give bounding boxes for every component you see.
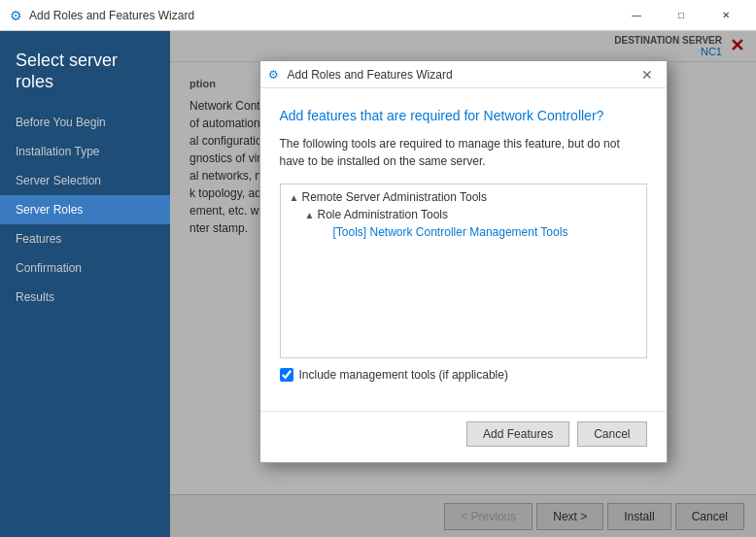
features-tree: ▲ Remote Server Administration Tools ▲ R… — [280, 184, 647, 358]
sidebar: Select server roles Before You Begin Ins… — [0, 31, 170, 537]
modal-heading: Add features that are required for Netwo… — [280, 108, 647, 123]
maximize-button[interactable]: □ — [659, 0, 704, 31]
minimize-button[interactable]: — — [614, 0, 659, 31]
modal-dialog: ⚙ Add Roles and Features Wizard ✕ Add fe… — [259, 60, 668, 463]
wizard-main: Select server roles Before You Begin Ins… — [0, 31, 756, 537]
modal-body: Add features that are required for Netwo… — [260, 88, 667, 411]
tree-item-remote-admin-tools: ▲ Remote Server Administration Tools — [281, 188, 646, 206]
modal-close-button[interactable]: ✕ — [636, 65, 659, 84]
close-button[interactable]: ✕ — [704, 0, 748, 31]
sidebar-item-features[interactable]: Features — [0, 224, 170, 253]
tree-label-1: Remote Server Administration Tools — [302, 190, 488, 204]
modal-overlay: ⚙ Add Roles and Features Wizard ✕ Add fe… — [170, 31, 756, 537]
sidebar-item-server-selection[interactable]: Server Selection — [0, 166, 170, 195]
tree-label-2: Role Administration Tools — [318, 208, 449, 221]
sidebar-item-confirmation[interactable]: Confirmation — [0, 253, 170, 283]
modal-description: The following tools are required to mana… — [280, 135, 647, 170]
tree-item-role-admin-tools: ▲ Role Administration Tools — [281, 206, 646, 223]
modal-cancel-button[interactable]: Cancel — [577, 421, 646, 447]
sidebar-item-server-roles[interactable]: Server Roles — [0, 195, 170, 224]
window-controls: — □ ✕ — [614, 0, 748, 31]
sidebar-item-results[interactable]: Results — [0, 283, 170, 312]
tree-expand-icon-1[interactable]: ▲ — [289, 191, 300, 203]
include-management-tools-row: Include management tools (if applicable) — [280, 368, 647, 382]
tree-expand-icon-2[interactable]: ▲ — [304, 209, 316, 220]
tree-item-nc-management-tools: [Tools] Network Controller Management To… — [281, 223, 646, 241]
include-management-tools-label: Include management tools (if applicable) — [299, 368, 508, 382]
sidebar-title: Select server roles — [0, 31, 170, 108]
modal-app-icon: ⚙ — [268, 68, 282, 82]
modal-footer: Add Features Cancel — [260, 411, 667, 462]
tree-expand-icon-3 — [320, 226, 331, 238]
app-icon: ⚙ — [8, 8, 23, 23]
sidebar-item-before-you-begin[interactable]: Before You Begin — [0, 108, 170, 137]
tree-label-3: [Tools] Network Controller Management To… — [333, 225, 568, 239]
modal-titlebar: ⚙ Add Roles and Features Wizard ✕ — [260, 61, 667, 88]
title-bar-text: Add Roles and Features Wizard — [29, 9, 614, 22]
add-features-button[interactable]: Add Features — [466, 421, 569, 447]
include-management-tools-checkbox[interactable] — [280, 368, 293, 382]
title-bar: ⚙ Add Roles and Features Wizard — □ ✕ — [0, 0, 756, 31]
sidebar-item-installation-type[interactable]: Installation Type — [0, 137, 170, 166]
modal-title-text: Add Roles and Features Wizard — [288, 68, 636, 82]
content-area: DESTINATION SERVER NC1 ✕ ption Network C… — [170, 31, 756, 537]
